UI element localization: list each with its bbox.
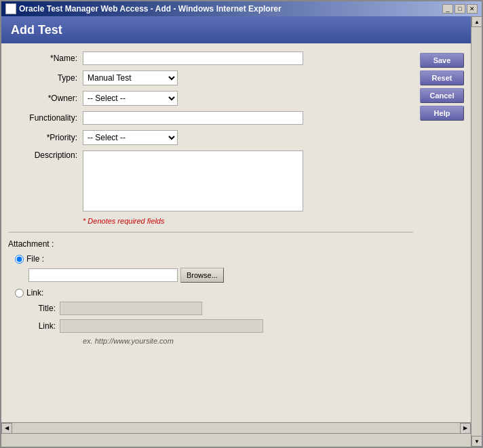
scroll-right-button[interactable]: ▶ bbox=[460, 423, 471, 434]
link-url-label: Link: bbox=[28, 321, 56, 331]
file-input-row: Browse... bbox=[28, 268, 413, 283]
priority-select[interactable]: -- Select -- Low Medium High bbox=[83, 130, 178, 145]
status-bar bbox=[1, 433, 471, 447]
file-radio-row: File : bbox=[15, 254, 413, 264]
vertical-scrollbar: ▲ ▼ bbox=[471, 16, 482, 447]
scroll-down-button[interactable]: ▼ bbox=[471, 436, 482, 447]
priority-row: *Priority: -- Select -- Low Medium High bbox=[8, 130, 413, 145]
divider bbox=[8, 232, 413, 232]
owner-select[interactable]: -- Select -- bbox=[83, 91, 178, 106]
browse-button[interactable]: Browse... bbox=[180, 268, 224, 283]
save-button[interactable]: Save bbox=[420, 53, 464, 68]
file-radio[interactable] bbox=[15, 255, 24, 264]
form-area: *Name: Type: Manual Test Automated Test … bbox=[1, 43, 471, 422]
cancel-button[interactable]: Cancel bbox=[420, 88, 464, 103]
file-radio-label: File : bbox=[26, 254, 44, 264]
description-label: Description: bbox=[8, 150, 83, 160]
link-radio-row: Link: bbox=[15, 288, 413, 298]
link-url-row: Link: bbox=[28, 319, 413, 333]
functionality-row: Functionality: bbox=[8, 111, 413, 125]
page-title: Add Test bbox=[11, 23, 62, 37]
form-buttons: Save Reset Cancel Help bbox=[420, 52, 464, 415]
title-bar-controls: _ □ ✕ bbox=[442, 4, 478, 14]
type-row: Type: Manual Test Automated Test bbox=[8, 70, 413, 85]
form-left: *Name: Type: Manual Test Automated Test … bbox=[8, 52, 413, 415]
scroll-up-button[interactable]: ▲ bbox=[471, 16, 482, 27]
file-path-input[interactable] bbox=[28, 268, 178, 282]
type-select[interactable]: Manual Test Automated Test bbox=[83, 70, 178, 85]
name-input[interactable] bbox=[83, 52, 303, 65]
functionality-input[interactable] bbox=[83, 111, 303, 125]
link-radio[interactable] bbox=[15, 289, 24, 298]
link-url-input[interactable] bbox=[60, 319, 263, 333]
help-button[interactable]: Help bbox=[420, 106, 464, 121]
browser-icon: e bbox=[5, 3, 16, 14]
description-row: Description: bbox=[8, 150, 413, 211]
window-title: Oracle Test Manager Web Access - Add - W… bbox=[19, 4, 282, 14]
title-bar-left: e Oracle Test Manager Web Access - Add -… bbox=[5, 3, 282, 14]
title-row: Title: bbox=[28, 302, 413, 315]
owner-label: *Owner: bbox=[8, 94, 83, 103]
minimize-button[interactable]: _ bbox=[442, 4, 453, 14]
priority-label: *Priority: bbox=[8, 133, 83, 142]
title-label: Title: bbox=[28, 304, 56, 313]
scroll-left-button[interactable]: ◀ bbox=[1, 423, 12, 434]
v-scroll-track[interactable] bbox=[471, 27, 482, 436]
owner-row: *Owner: -- Select -- bbox=[8, 91, 413, 106]
horizontal-scrollbar: ◀ ▶ bbox=[1, 422, 471, 433]
reset-button[interactable]: Reset bbox=[420, 70, 464, 85]
functionality-label: Functionality: bbox=[8, 113, 83, 123]
title-input[interactable] bbox=[60, 302, 202, 315]
title-bar: e Oracle Test Manager Web Access - Add -… bbox=[1, 1, 482, 16]
attachment-title: Attachment : bbox=[8, 239, 413, 249]
page-header: Add Test bbox=[1, 16, 471, 43]
link-radio-label: Link: bbox=[26, 288, 43, 298]
name-row: *Name: bbox=[8, 52, 413, 65]
description-textarea[interactable] bbox=[83, 150, 303, 211]
type-label: Type: bbox=[8, 73, 83, 83]
maximize-button[interactable]: □ bbox=[455, 4, 465, 14]
example-text: ex. http://www.yoursite.com bbox=[83, 337, 413, 345]
window-frame: e Oracle Test Manager Web Access - Add -… bbox=[0, 0, 483, 448]
name-label: *Name: bbox=[8, 54, 83, 63]
required-note: * Denotes required fields bbox=[83, 217, 413, 225]
content-area: Add Test *Name: Type: Manual Test bbox=[1, 16, 482, 447]
attachment-section: Attachment : File : Browse... bbox=[8, 239, 413, 345]
main-content: Add Test *Name: Type: Manual Test bbox=[1, 16, 471, 447]
close-button[interactable]: ✕ bbox=[467, 4, 478, 14]
